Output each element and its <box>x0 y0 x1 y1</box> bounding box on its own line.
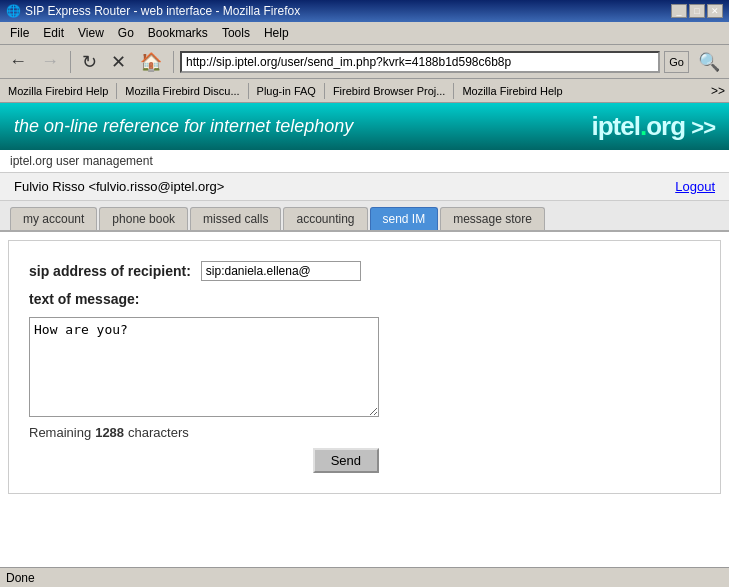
remaining-row: Remaining 1288 characters <box>29 425 700 440</box>
logo-text: iptel <box>591 111 639 141</box>
content-wrapper: the on-line reference for internet telep… <box>0 103 729 580</box>
bookmarks-bar: Mozilla Firebird Help Mozilla Firebird D… <box>0 79 729 103</box>
bookmark-2[interactable]: Mozilla Firebird Discu... <box>121 84 243 98</box>
forward-button[interactable]: → <box>36 49 64 75</box>
logout-button[interactable]: Logout <box>675 179 715 194</box>
menu-view[interactable]: View <box>72 24 110 42</box>
window-controls[interactable]: _ □ ✕ <box>671 4 723 18</box>
user-bar: Fulvio Risso <fulvio.risso@iptel.org> Lo… <box>0 173 729 201</box>
tab-my-account[interactable]: my account <box>10 207 97 230</box>
message-textarea[interactable] <box>29 317 379 417</box>
tab-missed-calls[interactable]: missed calls <box>190 207 281 230</box>
remaining-count: 1288 <box>95 425 124 440</box>
bookmark-1[interactable]: Mozilla Firebird Help <box>4 84 112 98</box>
toolbar-separator-2 <box>173 51 174 73</box>
menu-tools[interactable]: Tools <box>216 24 256 42</box>
send-row: Send <box>29 448 379 473</box>
site-logo: iptel.org >> <box>591 111 715 142</box>
refresh-button[interactable]: ↻ <box>77 49 102 75</box>
menu-help[interactable]: Help <box>258 24 295 42</box>
status-bar: Done <box>0 567 729 587</box>
remaining-suffix: characters <box>128 425 189 440</box>
home-button[interactable]: 🏠 <box>135 49 167 75</box>
recipient-input[interactable] <box>201 261 361 281</box>
user-name: Fulvio Risso <fulvio.risso@iptel.org> <box>14 179 224 194</box>
toolbar: ← → ↻ ✕ 🏠 Go 🔍 <box>0 45 729 79</box>
minimize-button[interactable]: _ <box>671 4 687 18</box>
address-bar[interactable] <box>180 51 660 73</box>
tab-phone-book[interactable]: phone book <box>99 207 188 230</box>
site-header: the on-line reference for internet telep… <box>0 103 729 150</box>
tab-send-im[interactable]: send IM <box>370 207 439 230</box>
send-button[interactable]: Send <box>313 448 379 473</box>
bookmark-4[interactable]: Firebird Browser Proj... <box>329 84 449 98</box>
tab-accounting[interactable]: accounting <box>283 207 367 230</box>
bookmark-sep-4 <box>453 83 454 99</box>
go-button[interactable]: Go <box>664 51 689 73</box>
bookmark-sep-1 <box>116 83 117 99</box>
bookmark-sep-3 <box>324 83 325 99</box>
toolbar-separator-1 <box>70 51 71 73</box>
menu-bar: File Edit View Go Bookmarks Tools Help <box>0 22 729 45</box>
tabs: my account phone book missed calls accou… <box>0 201 729 232</box>
close-button[interactable]: ✕ <box>707 4 723 18</box>
address-input[interactable] <box>186 55 654 69</box>
page-header-text: iptel.org user management <box>10 154 153 168</box>
back-button[interactable]: ← <box>4 49 32 75</box>
bookmark-3[interactable]: Plug-in FAQ <box>253 84 320 98</box>
site-tagline: the on-line reference for internet telep… <box>14 116 353 137</box>
page-header: iptel.org user management <box>0 150 729 173</box>
menu-edit[interactable]: Edit <box>37 24 70 42</box>
maximize-button[interactable]: □ <box>689 4 705 18</box>
logo-arrows: >> <box>691 115 715 140</box>
logo-suffix: org <box>646 111 685 141</box>
menu-bookmarks[interactable]: Bookmarks <box>142 24 214 42</box>
message-label-row: text of message: <box>29 291 700 307</box>
main-content: sip address of recipient: text of messag… <box>8 240 721 494</box>
recipient-label: sip address of recipient: <box>29 263 191 279</box>
title-left: 🌐 SIP Express Router - web interface - M… <box>6 4 300 18</box>
window-title: SIP Express Router - web interface - Moz… <box>25 4 300 18</box>
menu-go[interactable]: Go <box>112 24 140 42</box>
recipient-row: sip address of recipient: <box>29 261 700 281</box>
menu-file[interactable]: File <box>4 24 35 42</box>
bookmark-sep-2 <box>248 83 249 99</box>
bookmarks-expand-button[interactable]: >> <box>711 84 725 98</box>
bookmark-5[interactable]: Mozilla Firebird Help <box>458 84 566 98</box>
window-title-bar: 🌐 SIP Express Router - web interface - M… <box>0 0 729 22</box>
browser-icon: 🌐 <box>6 4 21 18</box>
search-button[interactable]: 🔍 <box>693 49 725 75</box>
remaining-label: Remaining <box>29 425 91 440</box>
message-label: text of message: <box>29 291 139 307</box>
tab-message-store[interactable]: message store <box>440 207 545 230</box>
stop-button[interactable]: ✕ <box>106 49 131 75</box>
status-text: Done <box>6 571 35 585</box>
